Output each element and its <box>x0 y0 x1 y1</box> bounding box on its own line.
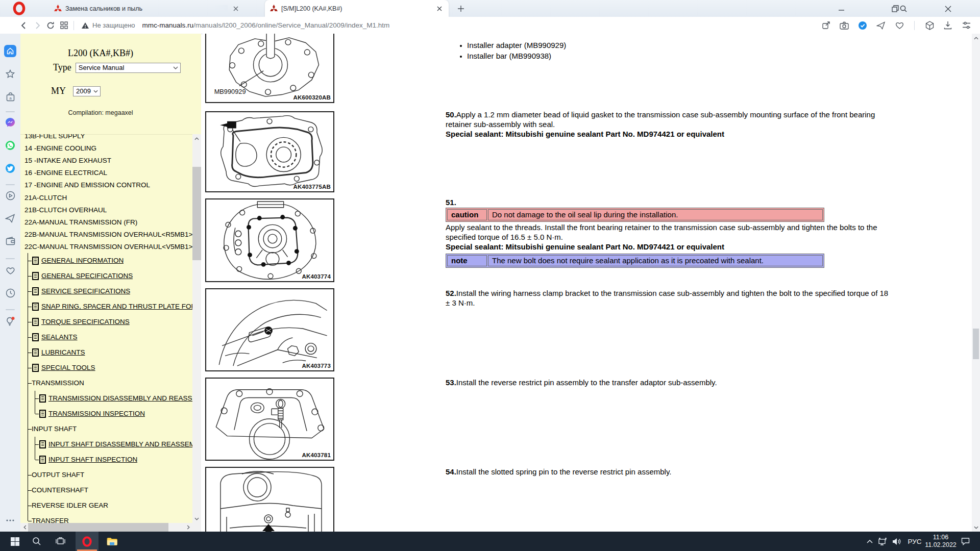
downloads-icon[interactable] <box>941 19 954 32</box>
tree-item-label: OUTPUT SHAFT <box>32 471 84 479</box>
my-flow-icon[interactable] <box>874 19 888 32</box>
settings-tune-icon[interactable] <box>960 19 973 32</box>
tree-link[interactable]: TRANSMISSION DISASSEMBLY AND REASSEMBL <box>24 391 192 406</box>
messenger-icon[interactable] <box>4 116 16 129</box>
security-chip[interactable]: Не защищено <box>81 21 135 29</box>
opera-logo-icon[interactable] <box>12 2 26 15</box>
language-indicator[interactable]: РУС <box>905 532 924 551</box>
tips-bulb-icon[interactable] <box>4 315 16 328</box>
bullet-icon <box>460 56 462 58</box>
tree-node: INPUT SHAFT <box>24 421 192 437</box>
browser-tab-1[interactable]: Замена сальников и пыль <box>49 0 245 17</box>
tree-item-label: SPECIAL TOOLS <box>41 364 95 371</box>
mitsubishi-logo-icon <box>54 5 62 12</box>
reload-button[interactable] <box>44 19 57 32</box>
tree-link[interactable]: INPUT SHAFT INSPECTION <box>24 452 192 467</box>
tree-link[interactable]: LUBRICANTS <box>24 345 192 360</box>
tree-link[interactable]: SEALANTS <box>24 330 192 345</box>
url-text[interactable]: mmc-manuals.ru/manuals/l200_2006/online/… <box>142 21 819 29</box>
action-center-icon[interactable] <box>958 532 973 551</box>
sidebar-setup-dots-icon[interactable] <box>4 514 16 527</box>
volume-icon[interactable] <box>890 532 904 551</box>
scroll-up-icon[interactable] <box>972 34 980 42</box>
tree-chapter: 22A-MANUAL TRANSMISSION (FR) <box>24 216 192 228</box>
taskbar-search-button[interactable] <box>29 532 44 551</box>
tree-vertical-scrollbar[interactable] <box>192 134 201 523</box>
special-tools-list: Installer adapter (MB990929) Installer b… <box>446 41 890 62</box>
history-clock-icon[interactable] <box>4 287 16 299</box>
tab1-close-icon[interactable] <box>232 5 240 13</box>
tree-chapter: 22B-MANUAL TRANSMISSION OVERHAUL<R5MB1> <box>24 229 192 241</box>
browser-tab-2-active[interactable]: [S/M]L200 (KA#,KB#) <box>265 0 449 17</box>
tree-connector <box>32 437 39 452</box>
windows-taskbar: РУС 11:06 11.02.2022 <box>0 532 980 551</box>
tree-item-label: 22B-MANUAL TRANSMISSION OVERHAUL<R5MB1> <box>24 231 192 238</box>
minimize-button[interactable] <box>834 3 849 15</box>
tree-item-label: INPUT SHAFT <box>32 425 77 433</box>
vpn-shield-badge-icon[interactable] <box>856 19 869 32</box>
scrollbar-thumb[interactable] <box>973 329 979 359</box>
address-bar: Не защищено mmc-manuals.ru/manuals/l200_… <box>0 17 980 34</box>
taskbar-explorer-button[interactable] <box>102 532 121 551</box>
maximize-button[interactable] <box>888 3 903 15</box>
chevron-down-icon <box>173 66 178 69</box>
shopping-corner-icon[interactable]: a <box>4 91 16 103</box>
bookmarks-star-icon[interactable] <box>4 68 16 80</box>
model-year-select[interactable]: 2009 <box>73 86 101 96</box>
share-icon[interactable] <box>819 19 832 32</box>
tray-expand-chevron-icon[interactable] <box>864 532 876 551</box>
scroll-down-icon[interactable] <box>192 514 201 523</box>
extensions-cube-icon[interactable] <box>923 19 936 32</box>
scroll-up-icon[interactable] <box>192 134 201 143</box>
tree-connector <box>24 452 32 467</box>
taskbar-opera-button[interactable] <box>76 532 99 551</box>
twitter-icon[interactable] <box>4 162 16 174</box>
tree-link[interactable]: INPUT SHAFT DISASSEMBLY AND REASSEMBLY <box>24 437 192 452</box>
tree-link[interactable]: SNAP RING, SPACER AND THRUST PLATE FOR A… <box>24 299 192 314</box>
scrollbar-thumb[interactable] <box>192 167 201 260</box>
list-item: Installer bar (MB990938) <box>467 52 551 61</box>
document-icon <box>32 333 39 341</box>
scrollbar-thumb[interactable] <box>28 523 168 532</box>
tree-link[interactable]: GENERAL INFORMATION <box>24 253 192 268</box>
tree-link[interactable]: TRANSMISSION INSPECTION <box>24 406 192 421</box>
whatsapp-icon[interactable] <box>4 139 16 152</box>
tab2-close-icon[interactable] <box>435 5 444 13</box>
page-vertical-scrollbar[interactable] <box>972 34 980 532</box>
speed-dial-home-icon[interactable] <box>4 45 16 57</box>
flow-send-icon[interactable] <box>4 212 16 224</box>
tree-link[interactable]: SERVICE SPECIFICATIONS <box>24 284 192 299</box>
wallet-icon[interactable] <box>4 235 16 247</box>
new-tab-button[interactable] <box>456 4 466 14</box>
forward-button[interactable] <box>31 19 44 32</box>
favorites-heart-icon[interactable] <box>4 264 16 277</box>
tree-chapter: 22C-MANUAL TRANSMISSION OVERHAUL<V5MB1> <box>24 241 192 253</box>
document-icon <box>32 287 39 295</box>
note-box: noteThe new bolt does not require sealan… <box>446 254 824 268</box>
step-54: 54.Install the slotted spring pin to the… <box>446 467 890 477</box>
tree-connector <box>24 375 32 391</box>
player-icon[interactable] <box>4 189 16 202</box>
speed-dial-grid-icon[interactable] <box>57 19 70 32</box>
close-window-button[interactable] <box>940 3 955 15</box>
bookmark-heart-icon[interactable] <box>893 19 906 32</box>
snapshot-camera-icon[interactable] <box>838 19 851 32</box>
document-icon <box>32 257 39 265</box>
network-icon[interactable] <box>876 532 889 551</box>
tree-item-label: REVERSE IDLER GEAR <box>32 502 108 509</box>
type-select[interactable]: Service Manual <box>76 63 181 73</box>
start-button[interactable] <box>7 532 22 551</box>
site-favicon-icon <box>270 5 278 12</box>
tree-horizontal-scrollbar[interactable] <box>20 523 192 532</box>
back-button[interactable] <box>17 19 31 32</box>
chevron-down-icon <box>93 90 98 93</box>
tree-link[interactable]: TORQUE SPECIFICATIONS <box>24 314 192 330</box>
manual-title: L200 (KA#,KB#) <box>20 48 181 59</box>
task-view-button[interactable] <box>53 532 68 551</box>
tree-link[interactable]: GENERAL SPECIFICATIONS <box>24 268 192 284</box>
scroll-right-icon[interactable] <box>184 523 192 532</box>
tree-link[interactable]: SPECIAL TOOLS <box>24 360 192 375</box>
tree-item-label: 16 -ENGINE ELECTRICAL <box>24 169 107 177</box>
taskbar-clock[interactable]: 11:06 11.02.2022 <box>925 532 956 551</box>
scroll-down-icon[interactable] <box>972 523 980 532</box>
